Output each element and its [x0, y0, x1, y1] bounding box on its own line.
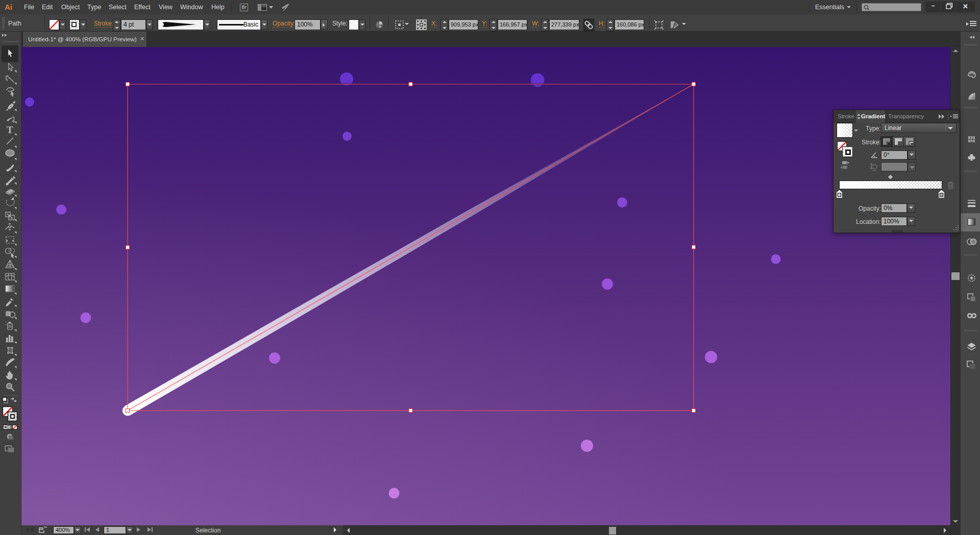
svg-text:T: T — [7, 124, 13, 135]
